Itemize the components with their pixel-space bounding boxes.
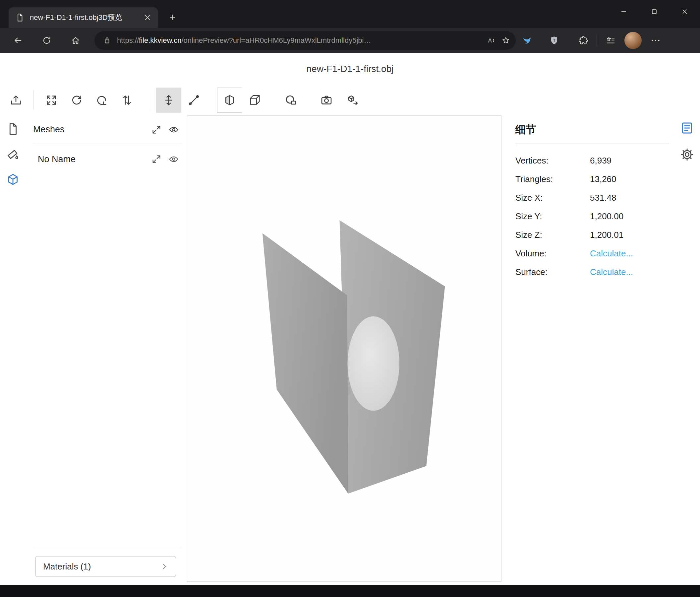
detail-label: Vertices: (516, 156, 590, 166)
meshes-panel-footer: Materials (1) (33, 547, 182, 582)
model-render (187, 116, 501, 581)
detail-value: 531.48 (590, 193, 669, 203)
zoom-region-button[interactable] (278, 88, 303, 113)
right-rail (674, 115, 700, 582)
detail-label: Size Y: (516, 211, 590, 221)
page-header: new-F1-D1-1-first.obj (0, 53, 700, 85)
detail-row-size-x: Size X: 531.48 (516, 188, 669, 207)
svg-text:A: A (488, 38, 492, 44)
shield-extension-icon[interactable]: T (546, 32, 563, 49)
detail-row-surface: Surface: Calculate... (516, 263, 669, 281)
meshes-panel: Meshes No Name (26, 115, 182, 582)
export-model-button[interactable] (341, 88, 366, 113)
fit-view-button[interactable] (39, 88, 64, 113)
mesh-name: No Name (38, 154, 145, 165)
move-tool-button[interactable] (156, 88, 181, 113)
meshes-header: Meshes (33, 115, 182, 144)
model-viewport[interactable] (187, 115, 501, 582)
tab-close-icon[interactable] (143, 13, 152, 23)
details-list-icon[interactable] (680, 121, 694, 135)
toolbar-divider (597, 34, 597, 46)
detail-row-vertices: Vertices: 6,939 (516, 151, 669, 170)
perspective-view-button[interactable] (217, 88, 242, 113)
toolbar-divider (151, 91, 151, 110)
details-panel: 细节 Vertices: 6,939 Triangles: 13,260 Siz… (507, 115, 674, 582)
viewer-page: new-F1-D1-1-first.obj (0, 53, 700, 585)
extensions-puzzle-icon[interactable] (575, 32, 592, 49)
more-ellipsis-icon[interactable] (647, 32, 664, 49)
detail-row-size-y: Size Y: 1,200.00 (516, 207, 669, 225)
visibility-eye-icon[interactable] (168, 124, 179, 135)
url-text: https://file.kkview.cn/onlinePreview?url… (117, 36, 481, 45)
maximize-button[interactable] (639, 0, 670, 23)
left-rail (0, 115, 26, 582)
measure-line-button[interactable] (181, 88, 206, 113)
detail-label: Volume: (516, 248, 590, 259)
browser-tab[interactable]: new-F1-D1-1-first.obj3D预览 (9, 7, 158, 28)
detail-value: 1,200.00 (590, 211, 669, 221)
chevron-right-icon (160, 562, 168, 571)
expand-all-icon[interactable] (151, 124, 162, 135)
orthographic-view-button[interactable] (242, 88, 268, 113)
svg-text:T: T (553, 38, 555, 43)
bird-extension-icon[interactable] (518, 32, 535, 49)
bottom-edge-bar (0, 585, 700, 597)
document-icon (15, 13, 25, 22)
viewer-toolbar (0, 85, 700, 115)
detail-label: Triangles: (516, 174, 590, 184)
read-aloud-icon[interactable]: A (486, 36, 496, 45)
window-controls (608, 0, 700, 23)
mesh-visibility-eye-icon[interactable] (168, 154, 179, 165)
toolbar-divider (33, 91, 34, 110)
zoom-to-mesh-icon[interactable] (151, 154, 162, 165)
rotate-horizontal-button[interactable] (64, 88, 89, 113)
minimize-button[interactable] (608, 0, 639, 23)
detail-label: Size Z: (516, 230, 590, 240)
main-content: Meshes No Name (0, 115, 700, 585)
calculate-surface-link[interactable]: Calculate... (590, 267, 669, 277)
rotate-vertical-button[interactable] (89, 88, 114, 113)
file-info-icon[interactable] (6, 122, 20, 136)
close-button[interactable] (670, 0, 700, 23)
lock-icon[interactable] (102, 36, 112, 45)
details-rows: Vertices: 6,939 Triangles: 13,260 Size X… (516, 151, 669, 281)
address-bar: https://file.kkview.cn/onlinePreview?url… (0, 28, 700, 53)
detail-value: 1,200.01 (590, 230, 669, 240)
favorite-star-icon[interactable] (501, 36, 510, 45)
materials-icon[interactable] (6, 147, 20, 161)
detail-value: 6,939 (590, 156, 669, 166)
page-title: new-F1-D1-1-first.obj (306, 64, 394, 74)
model-cube-icon[interactable] (6, 172, 20, 186)
materials-button[interactable]: Materials (1) (35, 556, 176, 577)
settings-gear-icon[interactable] (680, 147, 694, 162)
materials-button-label: Materials (1) (43, 562, 91, 572)
tab-bar: new-F1-D1-1-first.obj3D预览 (0, 0, 700, 28)
back-icon[interactable] (8, 30, 28, 50)
calculate-volume-link[interactable]: Calculate... (590, 248, 669, 259)
detail-label: Surface: (516, 267, 590, 277)
detail-row-volume: Volume: Calculate... (516, 244, 669, 263)
detail-label: Size X: (516, 193, 590, 203)
left-plane (262, 233, 348, 494)
meshes-title: Meshes (33, 124, 145, 135)
profile-avatar[interactable] (624, 32, 642, 49)
favorites-bar-icon[interactable] (602, 32, 619, 49)
mesh-list-item[interactable]: No Name (33, 147, 182, 171)
flip-vertical-button[interactable] (114, 88, 140, 113)
cylinder (348, 316, 399, 411)
open-file-button[interactable] (3, 88, 28, 113)
tab-title: new-F1-D1-1-first.obj3D预览 (30, 13, 137, 23)
new-tab-button[interactable] (163, 8, 182, 26)
detail-value: 13,260 (590, 174, 669, 184)
details-title: 细节 (516, 115, 669, 144)
detail-row-triangles: Triangles: 13,260 (516, 170, 669, 188)
url-field[interactable]: https://file.kkview.cn/onlinePreview?url… (95, 31, 516, 50)
home-icon[interactable] (66, 30, 85, 50)
screenshot-camera-button[interactable] (314, 88, 339, 113)
refresh-icon[interactable] (37, 30, 57, 50)
browser-window: new-F1-D1-1-first.obj3D预览 (0, 0, 700, 597)
detail-row-size-z: Size Z: 1,200.01 (516, 225, 669, 244)
